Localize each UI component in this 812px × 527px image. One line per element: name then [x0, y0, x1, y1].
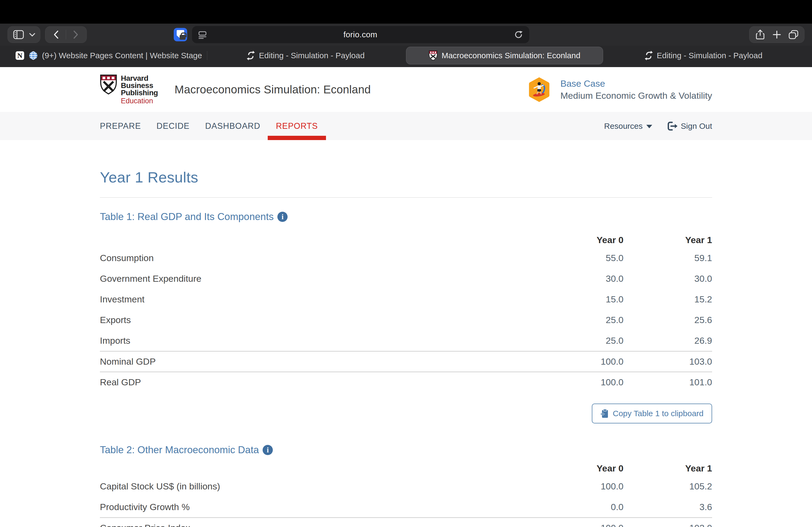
- report-content: Year 1 Results Table 1: Real GDP and Its…: [100, 168, 712, 527]
- nav-item-decide[interactable]: DECIDE: [157, 112, 190, 140]
- logo-line: Harvard: [121, 75, 158, 82]
- browser-window: forio.com N (9+) Website P: [0, 0, 812, 527]
- back-button[interactable]: [49, 28, 63, 42]
- info-icon[interactable]: i: [277, 212, 288, 222]
- tab-label: Macroeconomics Simulation: Econland: [441, 51, 580, 60]
- globe-icon: [28, 51, 38, 60]
- table-row: Nominal GDP 100.0 103.0: [100, 351, 712, 372]
- logo-line: Business: [121, 82, 158, 89]
- address-bar[interactable]: forio.com: [192, 26, 529, 43]
- nav-item-prepare[interactable]: PREPARE: [100, 112, 141, 140]
- payload-sync-icon: [644, 50, 653, 61]
- sign-out-icon: [667, 121, 678, 131]
- surfer-badge-icon: [528, 77, 550, 103]
- tab-separator: [404, 51, 404, 60]
- table-row: Government Expenditure 30.0 30.0: [100, 268, 712, 289]
- logo-education: Education: [121, 98, 158, 105]
- share-icon[interactable]: [753, 28, 767, 42]
- toolbar-divider: [66, 30, 66, 40]
- history-nav-pill: [45, 26, 87, 43]
- sign-out-button[interactable]: Sign Out: [667, 121, 712, 131]
- logo-line: Publishing: [121, 89, 158, 96]
- payload-sync-icon: [246, 50, 255, 61]
- sidebar-chevron-down-icon[interactable]: [28, 28, 36, 42]
- tab-label: (9+) Website Pages Content | Website Sta…: [42, 51, 202, 60]
- url-text[interactable]: forio.com: [207, 30, 514, 39]
- tab-editing-simulation-payload-1[interactable]: Editing - Simulation - Payload: [207, 46, 404, 65]
- tab-label: Editing - Simulation - Payload: [657, 51, 763, 60]
- table-row: Consumer Price Index 100.0 102.0: [100, 517, 712, 527]
- hbp-shield-icon: [100, 74, 117, 95]
- table-row: Productivity Growth % 0.0 3.6: [100, 497, 712, 517]
- tab-website-pages-content[interactable]: N (9+) Website Pages Content | Website S…: [10, 46, 207, 65]
- table-row: Capital Stock US$ (in billions) 100.0 10…: [100, 476, 712, 497]
- notion-icon: N: [15, 51, 25, 60]
- tab-bar: N (9+) Website Pages Content | Website S…: [0, 46, 812, 67]
- heading-divider: [100, 197, 712, 198]
- page-title: Macroeconomics Simulation: Econland: [175, 83, 371, 96]
- tab-label: Editing - Simulation - Payload: [259, 51, 365, 60]
- table2-header-row: Year 0 Year 1: [100, 461, 712, 476]
- harvard-shield-icon: [429, 50, 438, 61]
- table-row: Imports 25.0 26.9: [100, 330, 712, 351]
- tab-macroeconomics-simulation[interactable]: Macroeconomics Simulation: Econland: [406, 47, 603, 64]
- window-actions-pill: [749, 26, 804, 43]
- tab-editing-simulation-payload-2[interactable]: Editing - Simulation - Payload: [605, 46, 802, 65]
- col-header-year0: Year 0: [532, 463, 624, 473]
- info-icon[interactable]: i: [263, 445, 273, 455]
- table-row: Real GDP 100.0 101.0: [100, 372, 712, 392]
- svg-text:N: N: [17, 52, 23, 60]
- results-heading: Year 1 Results: [100, 168, 712, 186]
- main-navbar: PREPARE DECIDE DASHBOARD REPORTS Resourc…: [0, 112, 812, 140]
- password-manager-extension-icon[interactable]: [174, 28, 187, 41]
- table1-title: Table 1: Real GDP and Its Components i: [100, 211, 712, 223]
- browser-toolbar: forio.com: [0, 24, 812, 46]
- col-header-year0: Year 0: [532, 235, 624, 245]
- resources-dropdown[interactable]: Resources: [604, 122, 652, 131]
- scenario-name: Base Case: [561, 78, 712, 89]
- table1-header-row: Year 0 Year 1: [100, 232, 712, 248]
- nav-item-reports[interactable]: REPORTS: [276, 112, 318, 140]
- chevron-down-icon: [646, 125, 652, 128]
- reload-icon[interactable]: [514, 30, 523, 40]
- col-header-year1: Year 1: [624, 463, 712, 473]
- table-row: Exports 25.0 25.6: [100, 310, 712, 330]
- hbp-logo: Harvard Business Publishing Education: [100, 74, 158, 105]
- table-row: Investment 15.0 15.2: [100, 289, 712, 310]
- menubar-strip: [0, 0, 812, 24]
- tab-overview-icon[interactable]: [786, 28, 800, 42]
- clipboard-icon: [600, 409, 608, 418]
- nav-item-dashboard[interactable]: DASHBOARD: [205, 112, 260, 140]
- scenario-badge-group: Base Case Medium Economic Growth & Volat…: [528, 77, 712, 103]
- copy-table1-button[interactable]: Copy Table 1 to clipboard: [592, 404, 712, 423]
- app-header: Harvard Business Publishing Education Ma…: [0, 67, 812, 112]
- sidebar-pill: [8, 26, 40, 43]
- new-tab-plus-icon[interactable]: [770, 28, 784, 42]
- scenario-description: Medium Economic Growth & Volatility: [561, 90, 712, 101]
- table-row: Consumption 55.0 59.1: [100, 248, 712, 268]
- table2-title: Table 2: Other Macroeconomic Data i: [100, 445, 712, 456]
- sidebar-toggle-button[interactable]: [12, 28, 26, 42]
- active-tab-underline: [268, 136, 326, 140]
- forward-button[interactable]: [69, 28, 83, 42]
- page-settings-icon[interactable]: [198, 30, 207, 39]
- web-page: Harvard Business Publishing Education Ma…: [0, 67, 812, 527]
- col-header-year1: Year 1: [624, 235, 712, 245]
